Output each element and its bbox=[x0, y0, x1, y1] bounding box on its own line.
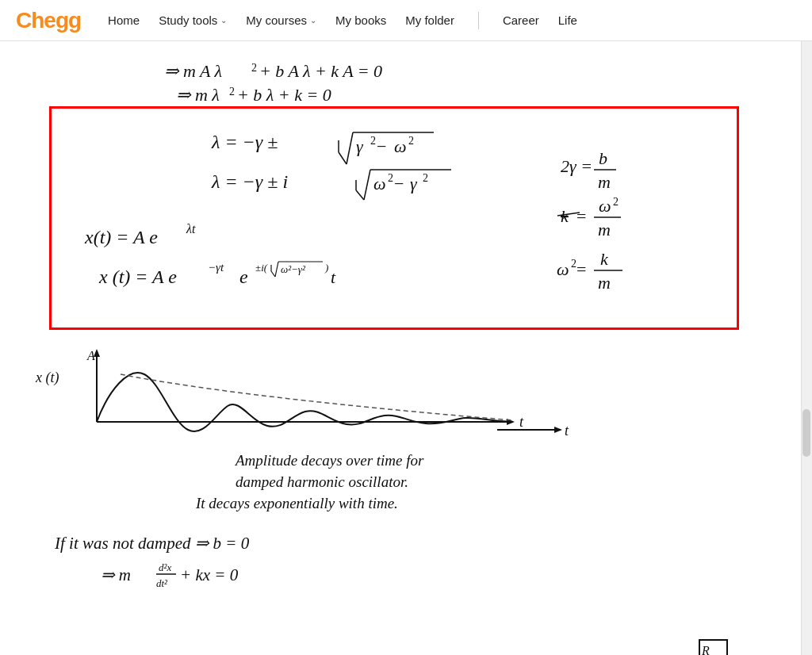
svg-text:+ kx = 0: + kx = 0 bbox=[180, 565, 239, 584]
svg-text:d²x: d²x bbox=[159, 561, 171, 573]
chegg-logo[interactable]: Chegg bbox=[16, 8, 81, 33]
nav-home[interactable]: Home bbox=[108, 13, 140, 27]
svg-text:Amplitude decays over time for: Amplitude decays over time for bbox=[234, 452, 424, 469]
svg-text:dt²: dt² bbox=[156, 577, 168, 589]
svg-text:R: R bbox=[701, 644, 710, 655]
scrollbar-thumb[interactable] bbox=[802, 409, 810, 457]
svg-text:⇒  m λ: ⇒ m λ bbox=[176, 85, 220, 105]
nav-divider bbox=[478, 12, 479, 29]
svg-text:A: A bbox=[86, 349, 95, 362]
svg-text:damped harmonic oscillator.: damped harmonic oscillator. bbox=[236, 473, 408, 490]
nav-career[interactable]: Career bbox=[503, 13, 539, 27]
svg-text:+ b λ + k  = 0: + b λ + k = 0 bbox=[237, 85, 331, 105]
svg-text:If  it was not damped ⇒ b = 0: If it was not damped ⇒ b = 0 bbox=[54, 534, 250, 553]
svg-text:⇒   m: ⇒ m bbox=[101, 565, 131, 584]
nav-my-courses[interactable]: My courses ⌄ bbox=[246, 13, 316, 27]
nav-my-books[interactable]: My books bbox=[335, 13, 386, 27]
red-highlight-box bbox=[49, 106, 739, 330]
nav-study-tools[interactable]: Study tools ⌄ bbox=[159, 13, 227, 27]
chevron-down-icon: ⌄ bbox=[220, 16, 227, 25]
svg-text:2: 2 bbox=[251, 62, 257, 74]
svg-text:It decays exponentially with t: It decays exponentially with time. bbox=[195, 495, 398, 511]
main-content: ⇒ m A λ 2 + b A λ + k A = 0 ⇒ m λ 2 + b … bbox=[0, 41, 812, 655]
nav-life[interactable]: Life bbox=[558, 13, 577, 27]
scrollbar[interactable] bbox=[801, 41, 812, 655]
svg-text:+ b A λ  + k A  = 0: + b A λ + k A = 0 bbox=[259, 61, 382, 81]
svg-text:2: 2 bbox=[229, 86, 235, 98]
note-area: ⇒ m A λ 2 + b A λ + k A = 0 ⇒ m λ 2 + b … bbox=[0, 41, 812, 655]
svg-text:⇒  m A λ: ⇒ m A λ bbox=[164, 61, 222, 81]
navbar: Chegg Home Study tools ⌄ My courses ⌄ My… bbox=[0, 0, 812, 41]
svg-text:x (t): x (t) bbox=[35, 370, 59, 386]
chevron-down-icon: ⌄ bbox=[310, 16, 316, 25]
nav-my-folder[interactable]: My folder bbox=[405, 13, 454, 27]
